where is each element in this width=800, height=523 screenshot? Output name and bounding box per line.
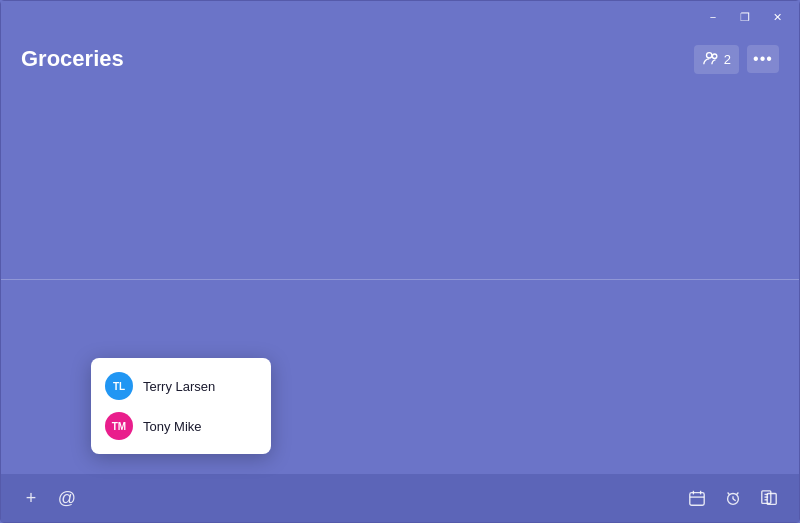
maximize-button[interactable]: ❐ bbox=[731, 3, 759, 31]
svg-point-1 bbox=[712, 53, 717, 58]
more-button[interactable]: ••• bbox=[747, 45, 779, 73]
content-area: TL Terry Larsen TM Tony Mike bbox=[1, 85, 799, 474]
toolbar-right bbox=[681, 482, 785, 514]
minimize-button[interactable]: − bbox=[699, 3, 727, 31]
mention-popup: TL Terry Larsen TM Tony Mike bbox=[91, 358, 271, 454]
alarm-button[interactable] bbox=[717, 482, 749, 514]
people-button[interactable]: 2 bbox=[694, 45, 739, 74]
svg-point-0 bbox=[706, 52, 711, 57]
section-bottom: TL Terry Larsen TM Tony Mike bbox=[1, 280, 799, 474]
close-button[interactable]: ✕ bbox=[763, 3, 791, 31]
mention-name-tony: Tony Mike bbox=[143, 419, 202, 434]
toolbar-left: + @ bbox=[15, 482, 83, 514]
section-top bbox=[1, 85, 799, 279]
svg-rect-12 bbox=[767, 494, 776, 505]
calendar-icon bbox=[688, 489, 706, 507]
at-button[interactable]: @ bbox=[51, 482, 83, 514]
mention-item-tony[interactable]: TM Tony Mike bbox=[91, 406, 271, 446]
svg-line-10 bbox=[737, 493, 739, 495]
alarm-icon bbox=[724, 489, 742, 507]
avatar-tony: TM bbox=[105, 412, 133, 440]
svg-line-9 bbox=[728, 493, 730, 495]
avatar-terry: TL bbox=[105, 372, 133, 400]
svg-line-8 bbox=[733, 499, 736, 501]
app-window: − ❐ ✕ Groceries 2 ••• bbox=[0, 0, 800, 523]
mention-name-terry: Terry Larsen bbox=[143, 379, 215, 394]
people-count: 2 bbox=[724, 52, 731, 67]
people-icon bbox=[702, 49, 720, 70]
add-button[interactable]: + bbox=[15, 482, 47, 514]
bottom-toolbar: + @ bbox=[1, 474, 799, 522]
svg-rect-2 bbox=[690, 493, 704, 506]
assign-button[interactable] bbox=[753, 482, 785, 514]
assign-icon bbox=[760, 489, 778, 507]
app-title: Groceries bbox=[21, 46, 124, 72]
header-actions: 2 ••• bbox=[694, 45, 779, 74]
window-controls: − ❐ ✕ bbox=[699, 3, 791, 31]
app-header: Groceries 2 ••• bbox=[1, 33, 799, 85]
title-bar: − ❐ ✕ bbox=[1, 1, 799, 33]
calendar-button[interactable] bbox=[681, 482, 713, 514]
mention-item-terry[interactable]: TL Terry Larsen bbox=[91, 366, 271, 406]
